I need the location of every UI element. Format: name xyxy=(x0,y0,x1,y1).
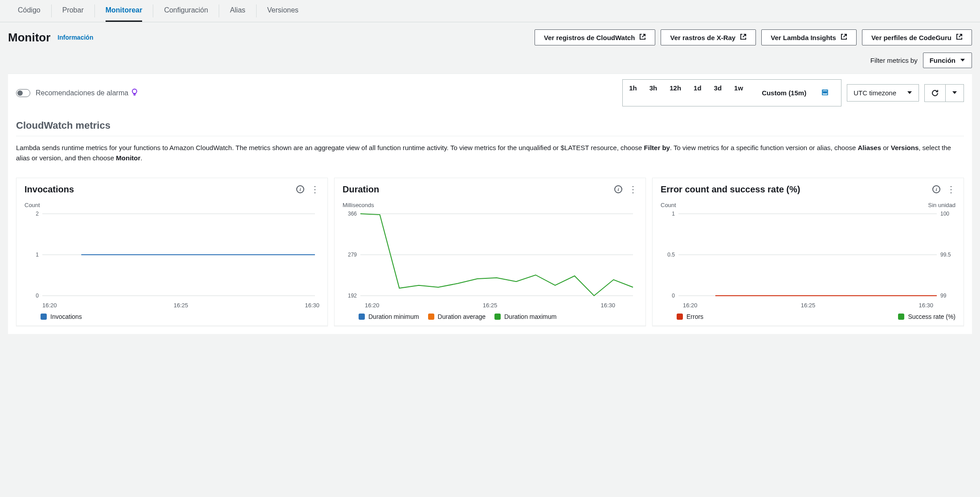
caret-down-icon xyxy=(960,57,965,64)
y-axis-label-right: Sin unidad xyxy=(928,202,956,208)
invocations-chart: 012 xyxy=(24,211,319,300)
custom-range-label: Custom (15m) xyxy=(755,85,813,101)
filter-select[interactable]: Función xyxy=(923,53,972,68)
view-xray-traces-button[interactable]: Ver rastros de X-Ray xyxy=(661,29,756,45)
svg-text:100: 100 xyxy=(940,211,949,217)
card-title: Error count and success rate (%) xyxy=(661,184,800,195)
page-title: Monitor xyxy=(8,31,50,45)
legend-item: Duration minimum xyxy=(359,313,419,320)
duration-chart: 192279366 xyxy=(343,211,637,300)
desc-bold: Monitor xyxy=(116,154,140,162)
controls-bar: Recomendaciones de alarma 1h 3h 12h 1d 3… xyxy=(8,73,972,112)
legend-label: Duration average xyxy=(438,313,486,320)
tab-bar: Código Probar Monitorear Configuración A… xyxy=(0,0,980,22)
x-tick: 16:25 xyxy=(174,302,188,309)
button-label: Ver Lambda Insights xyxy=(771,34,836,41)
filter-value: Función xyxy=(930,57,956,64)
legend-swatch xyxy=(677,314,683,320)
cloudwatch-metrics-section: CloudWatch metrics Lambda sends runtime … xyxy=(8,112,972,178)
x-tick: 16:25 xyxy=(801,302,816,309)
tab-divider xyxy=(219,4,219,17)
info-link[interactable]: Información xyxy=(57,34,93,41)
external-link-icon xyxy=(956,33,963,41)
x-axis-ticks: 16:20 16:25 16:30 xyxy=(661,300,956,309)
svg-point-0 xyxy=(132,89,137,94)
time-range-1h[interactable]: 1h xyxy=(623,80,643,106)
button-label: Ver perfiles de CodeGuru xyxy=(871,34,951,41)
refresh-group xyxy=(924,84,964,102)
filter-row: Filter metrics by Función xyxy=(0,49,980,72)
caret-down-icon xyxy=(907,89,912,97)
time-range-picker: 1h 3h 12h 1d 3d 1w Custom (15m) xyxy=(622,79,841,106)
svg-rect-4 xyxy=(826,92,827,93)
desc-text: Lambda sends runtime metrics for your fu… xyxy=(16,144,644,151)
legend-label: Duration minimum xyxy=(368,313,419,320)
tab-alias[interactable]: Alias xyxy=(230,0,245,22)
section-description: Lambda sends runtime metrics for your fu… xyxy=(16,136,964,170)
y-axis-label: Milliseconds xyxy=(343,202,637,208)
tab-divider xyxy=(94,4,95,17)
legend-label: Errors xyxy=(686,313,703,320)
chart-legend: Errors Success rate (%) xyxy=(661,313,956,320)
card-menu-icon[interactable]: ⋮ xyxy=(947,185,956,194)
info-icon[interactable]: i xyxy=(296,185,304,193)
chart-legend: Duration minimum Duration average Durati… xyxy=(343,313,637,320)
info-icon[interactable]: i xyxy=(614,185,622,193)
tab-versiones[interactable]: Versiones xyxy=(267,0,298,22)
x-tick: 16:20 xyxy=(683,302,698,309)
view-cloudwatch-logs-button[interactable]: Ver registros de CloudWatch xyxy=(535,29,656,45)
calendar-icon xyxy=(815,84,835,102)
legend-swatch xyxy=(428,314,434,320)
alarm-toggle-label: Recomendaciones de alarma xyxy=(36,89,128,97)
metrics-cards-row: Invocations i ⋮ Count 012 16:20 16:25 16… xyxy=(8,178,972,334)
refresh-options-button[interactable] xyxy=(946,84,964,102)
time-range-3d[interactable]: 3d xyxy=(708,80,728,106)
x-tick: 16:30 xyxy=(919,302,933,309)
external-link-icon xyxy=(740,33,747,41)
errors-card: Error count and success rate (%) i ⋮ Cou… xyxy=(652,178,964,326)
time-range-12h[interactable]: 12h xyxy=(663,80,687,106)
desc-bold: Aliases xyxy=(858,144,882,151)
legend-swatch xyxy=(494,314,501,320)
tab-divider xyxy=(51,4,52,17)
x-tick: 16:20 xyxy=(365,302,380,309)
alarm-recommendations-toggle[interactable] xyxy=(16,89,30,97)
legend-item: Invocations xyxy=(41,313,82,320)
timezone-select[interactable]: UTC timezone xyxy=(847,84,919,102)
tab-codigo[interactable]: Código xyxy=(18,0,41,22)
x-axis-ticks: 16:20 16:25 16:30 xyxy=(343,300,637,309)
time-range-3h[interactable]: 3h xyxy=(643,80,664,106)
tab-divider xyxy=(153,4,153,17)
card-title: Invocations xyxy=(24,184,74,195)
time-range-custom[interactable]: Custom (15m) xyxy=(749,80,841,106)
caret-down-icon xyxy=(952,90,957,97)
time-range-1d[interactable]: 1d xyxy=(687,80,708,106)
view-codeguru-profiles-button[interactable]: Ver perfiles de CodeGuru xyxy=(862,29,972,45)
tab-probar[interactable]: Probar xyxy=(62,0,84,22)
refresh-button[interactable] xyxy=(924,84,946,102)
page-header: Monitor Información Ver registros de Clo… xyxy=(0,22,980,49)
time-range-1w[interactable]: 1w xyxy=(728,80,749,106)
svg-text:0.5: 0.5 xyxy=(667,252,675,258)
desc-bold: Filter by xyxy=(644,144,670,151)
desc-text: . To view metrics for a specific functio… xyxy=(670,144,858,151)
x-axis-ticks: 16:20 16:25 16:30 xyxy=(24,300,319,309)
legend-label: Success rate (%) xyxy=(908,313,956,320)
legend-item: Duration average xyxy=(428,313,486,320)
svg-text:2: 2 xyxy=(36,211,39,217)
card-menu-icon[interactable]: ⋮ xyxy=(629,185,637,194)
desc-bold: Versions xyxy=(891,144,919,151)
desc-text: or xyxy=(881,144,891,151)
view-lambda-insights-button[interactable]: Ver Lambda Insights xyxy=(761,29,857,45)
svg-text:0: 0 xyxy=(672,293,675,299)
tab-monitorear[interactable]: Monitorear xyxy=(106,0,143,22)
x-tick: 16:25 xyxy=(483,302,498,309)
card-menu-icon[interactable]: ⋮ xyxy=(310,185,319,194)
x-tick: 16:30 xyxy=(305,302,319,309)
tab-configuracion[interactable]: Configuración xyxy=(164,0,208,22)
button-label: Ver registros de CloudWatch xyxy=(544,34,635,41)
info-icon[interactable]: i xyxy=(932,185,940,193)
section-title: CloudWatch metrics xyxy=(16,120,964,136)
svg-rect-3 xyxy=(825,92,825,93)
legend-swatch xyxy=(359,314,365,320)
